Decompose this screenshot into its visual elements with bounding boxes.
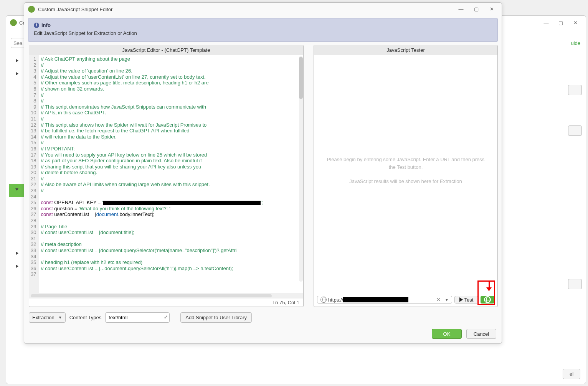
globe-icon <box>320 297 327 303</box>
chevron-down-icon: ▼ <box>58 315 62 320</box>
dialog-title: Custom JavaScript Snippet Editor <box>38 7 112 12</box>
footer-toolbar: Extraction▼ Content Types text/html ⤢ Ad… <box>24 308 502 325</box>
minimize-icon[interactable]: — <box>539 17 553 28</box>
bg-button[interactable] <box>568 279 582 289</box>
ok-button[interactable]: OK <box>432 329 462 339</box>
tester-hint-1: Please begin by entering some JavaScript… <box>325 156 486 171</box>
bg-button[interactable] <box>568 125 582 136</box>
tester-hint-2: JavaScript results will be shown here fo… <box>349 178 462 185</box>
url-dropdown-icon[interactable]: ▼ <box>443 298 450 302</box>
dialog-titlebar: Custom JavaScript Snippet Editor — ▢ ✕ <box>24 3 502 16</box>
code-editor[interactable]: 1234567891011121314151617181920212223242… <box>29 55 303 293</box>
play-icon <box>459 297 463 302</box>
window-controls: — ▢ ✕ <box>453 3 499 14</box>
open-browser-button[interactable] <box>481 296 494 304</box>
editor-pane: JavaScript Editor - (ChatGPT) Template 1… <box>29 45 304 307</box>
parent-window-controls: — ▢ ✕ <box>539 17 583 28</box>
maximize-button[interactable]: ▢ <box>469 3 484 14</box>
code-area[interactable]: // Ask ChatGPT anything about the page//… <box>39 55 303 293</box>
close-icon[interactable]: ✕ <box>568 17 583 28</box>
bg-button[interactable] <box>568 85 582 95</box>
close-button[interactable]: ✕ <box>484 3 499 14</box>
editor-title: JavaScript Editor - (ChatGPT) Template <box>29 45 303 55</box>
info-heading: Info <box>41 22 51 28</box>
tester-hint: Please begin by entering some JavaScript… <box>314 55 497 293</box>
scrollbar-vertical[interactable] <box>299 56 303 282</box>
info-icon: i <box>34 23 39 28</box>
test-button[interactable]: Test <box>454 296 478 304</box>
tester-toolbar: https:// ✕ ▼ Test <box>314 293 497 307</box>
maximize-icon[interactable]: ▢ <box>553 17 568 28</box>
app-icon <box>10 19 17 26</box>
line-gutter: 1234567891011121314151617181920212223242… <box>29 55 39 293</box>
snippet-editor-dialog: Custom JavaScript Snippet Editor — ▢ ✕ i… <box>24 2 502 344</box>
scrollbar-horizontal[interactable] <box>29 293 303 299</box>
bg-cancel-button[interactable]: el <box>563 369 580 379</box>
cancel-button[interactable]: Cancel <box>466 329 496 339</box>
info-body: Edit JavaScript Snippet for Extraction o… <box>34 30 492 36</box>
app-icon <box>28 6 35 13</box>
guide-link[interactable]: uide <box>571 40 580 46</box>
tester-title: JavaScript Tester <box>314 45 497 55</box>
add-to-library-button[interactable]: Add Snippet to User Library <box>180 312 252 323</box>
info-banner: i Info Edit JavaScript Snippet for Extra… <box>28 18 498 42</box>
content-types-input[interactable]: text/html ⤢ <box>105 312 170 323</box>
url-input[interactable]: https:// ✕ ▼ <box>317 296 452 304</box>
clear-url-icon[interactable]: ✕ <box>434 296 443 303</box>
expand-icon[interactable]: ⤢ <box>164 314 168 320</box>
editor-status: Ln 75, Col 1 <box>29 299 303 307</box>
globe-icon <box>484 296 491 303</box>
tester-pane: JavaScript Tester Please begin by enteri… <box>314 45 498 307</box>
redacted-url <box>343 297 408 302</box>
mode-dropdown[interactable]: Extraction▼ <box>29 312 66 323</box>
minimize-button[interactable]: — <box>453 3 469 14</box>
dialog-buttons: OK Cancel <box>24 325 502 343</box>
content-types-label: Content Types <box>69 315 102 320</box>
